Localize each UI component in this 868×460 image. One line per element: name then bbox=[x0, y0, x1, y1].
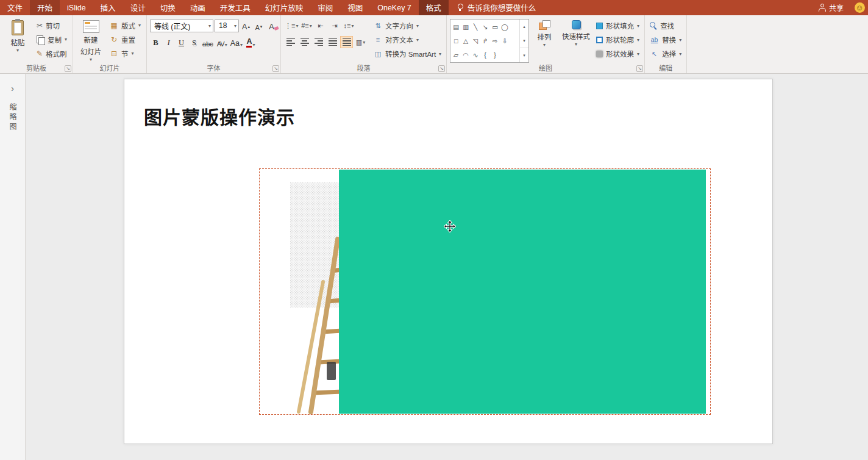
clear-formatting-button[interactable]: A bbox=[266, 20, 277, 32]
increase-indent-button[interactable]: ⇥ bbox=[328, 20, 341, 32]
text-direction-button[interactable]: ⇅ 文字方向 ▾ bbox=[372, 19, 443, 32]
font-size-combo[interactable]: 18 ▾ bbox=[215, 20, 239, 32]
slide-canvas[interactable]: 图片蒙版操作演示 bbox=[26, 74, 868, 460]
shrink-font-label: A bbox=[255, 24, 260, 31]
align-right-button[interactable] bbox=[312, 36, 325, 48]
font-color-button[interactable]: A ▾ bbox=[245, 36, 257, 48]
line-spacing-icon: ↕≡ bbox=[344, 22, 351, 29]
shape-effects-button[interactable]: 形状效果 ▾ bbox=[594, 47, 641, 60]
align-text-button[interactable]: ≡ 对齐文本 ▾ bbox=[372, 33, 443, 46]
gallery-scroll-down-button[interactable]: ▾ bbox=[520, 34, 528, 48]
feedback-button[interactable]: ☺ bbox=[851, 0, 868, 15]
oval-shape-icon[interactable]: ◯ bbox=[501, 23, 508, 31]
dialog-launcher-icon[interactable]: ↘ bbox=[438, 65, 445, 72]
tab-developer[interactable]: 开发工具 bbox=[213, 0, 258, 15]
caret-icon: ▾ bbox=[65, 37, 67, 42]
italic-button[interactable]: I bbox=[163, 36, 174, 48]
underline-button[interactable]: U bbox=[176, 36, 187, 48]
cut-button[interactable]: ✂ 剪切 bbox=[34, 19, 69, 32]
tab-islide[interactable]: iSlide bbox=[60, 0, 93, 15]
shapes-gallery[interactable]: ▤ ▥ ╲ ↘ ▭ ◯ □ △ ◹ ↱ ⇨ ⇩ ▱ ◠ bbox=[450, 19, 529, 63]
textbox-shape-icon[interactable]: ▤ bbox=[452, 23, 460, 31]
tab-insert[interactable]: 插入 bbox=[93, 0, 123, 15]
align-center-button[interactable] bbox=[298, 36, 311, 48]
group-label-font: 字体 bbox=[147, 63, 280, 73]
select-button[interactable]: ↖ 选择 ▾ bbox=[648, 47, 683, 60]
dialog-launcher-icon[interactable]: ↘ bbox=[272, 65, 279, 72]
find-button[interactable]: 查找 bbox=[648, 19, 683, 32]
reset-button[interactable]: ↻ 重置 bbox=[107, 33, 143, 46]
slide[interactable]: 图片蒙版操作演示 bbox=[124, 79, 773, 444]
vertical-textbox-shape-icon[interactable]: ▥ bbox=[462, 23, 469, 31]
dialog-launcher-icon[interactable]: ↘ bbox=[636, 65, 643, 72]
decrease-indent-button[interactable]: ⇤ bbox=[314, 20, 327, 32]
shapes-row-1: ▤ ▥ ╲ ↘ ▭ ◯ bbox=[452, 20, 518, 34]
bold-button[interactable]: B bbox=[150, 36, 162, 48]
character-spacing-button[interactable]: AV ▾ bbox=[216, 36, 228, 48]
font-name-combo[interactable]: 等线 (正文) ▾ bbox=[150, 20, 213, 32]
down-arrow-shape-icon[interactable]: ⇩ bbox=[501, 37, 508, 45]
dialog-launcher-icon[interactable]: ↘ bbox=[65, 65, 71, 72]
triangle-shape-icon[interactable]: △ bbox=[462, 37, 469, 45]
convert-smartart-button[interactable]: ◫ 转换为 SmartArt ▾ bbox=[372, 47, 443, 60]
justify-button[interactable] bbox=[326, 36, 339, 48]
distribute-text-button[interactable] bbox=[340, 36, 353, 48]
bullets-button[interactable]: ⋮≡ ▾ bbox=[284, 20, 299, 32]
arrange-button[interactable]: 排列 ▾ bbox=[531, 17, 558, 63]
selection-outline[interactable] bbox=[259, 168, 711, 415]
shape-outline-button[interactable]: 形状轮廓 ▾ bbox=[594, 33, 641, 46]
paste-button[interactable]: 粘贴 ▾ bbox=[3, 17, 32, 63]
layout-button[interactable]: ▦ 版式 ▾ bbox=[107, 19, 143, 32]
strikethrough-button[interactable]: abc bbox=[201, 36, 215, 48]
caret-icon: ▾ bbox=[310, 23, 312, 29]
quick-styles-button[interactable]: 快速样式 ▾ bbox=[560, 17, 592, 63]
line-shape-icon[interactable]: ╲ bbox=[472, 23, 479, 31]
tab-slideshow[interactable]: 幻灯片放映 bbox=[258, 0, 311, 15]
columns-button[interactable]: ▥ ▾ bbox=[354, 36, 367, 48]
arrow-shape-icon[interactable]: ↘ bbox=[482, 23, 489, 31]
tab-home[interactable]: 开始 bbox=[30, 0, 60, 15]
tab-animations[interactable]: 动画 bbox=[183, 0, 213, 15]
replace-icon: ab bbox=[650, 36, 659, 43]
gallery-more-button[interactable]: ▾ bbox=[520, 48, 528, 62]
expand-pane-chevron-icon[interactable]: › bbox=[11, 84, 14, 93]
line-spacing-button[interactable]: ↕≡ ▾ bbox=[342, 20, 355, 32]
thumbnails-pane-collapsed[interactable]: › 缩略图 bbox=[0, 74, 26, 460]
tab-format[interactable]: 格式 bbox=[419, 0, 449, 15]
share-button[interactable]: 共享 bbox=[811, 0, 851, 15]
corner-shape-icon[interactable]: ◹ bbox=[472, 37, 479, 45]
new-slide-button[interactable]: 新建 幻灯片 ▾ bbox=[76, 17, 105, 63]
tab-file[interactable]: 文件 bbox=[0, 0, 30, 15]
square-shape-icon[interactable]: □ bbox=[452, 37, 460, 45]
right-arrow-shape-icon[interactable]: ⇨ bbox=[491, 37, 499, 45]
replace-button[interactable]: ab 替换 ▾ bbox=[648, 33, 683, 46]
ladder-photo[interactable] bbox=[260, 169, 342, 414]
tab-onekey[interactable]: OneKey 7 bbox=[370, 0, 419, 15]
rectangle-shape-icon[interactable]: ▭ bbox=[491, 23, 499, 31]
right-brace-shape-icon[interactable]: } bbox=[491, 51, 499, 59]
grow-font-button[interactable]: A ▴ bbox=[240, 20, 252, 32]
format-painter-button[interactable]: ✎ 格式刷 bbox=[34, 47, 69, 60]
change-case-button[interactable]: Aa ▾ bbox=[229, 36, 244, 48]
copy-button[interactable]: 复制 ▾ bbox=[34, 33, 69, 46]
align-left-button[interactable] bbox=[284, 36, 297, 48]
arc-shape-icon[interactable]: ◠ bbox=[462, 51, 469, 59]
shrink-font-button[interactable]: A ▾ bbox=[253, 20, 265, 32]
text-shadow-button[interactable]: S bbox=[188, 36, 200, 48]
slide-title[interactable]: 图片蒙版操作演示 bbox=[144, 102, 295, 129]
gallery-scroll-up-button[interactable]: ▴ bbox=[520, 20, 528, 34]
numbering-button[interactable]: #≡ ▾ bbox=[300, 20, 313, 32]
elbow-arrow-shape-icon[interactable]: ↱ bbox=[482, 37, 489, 45]
green-mask-shape[interactable] bbox=[339, 170, 706, 414]
tab-view[interactable]: 视图 bbox=[340, 0, 370, 15]
shape-fill-button[interactable]: 形状填充 ▾ bbox=[594, 19, 641, 32]
tab-design[interactable]: 设计 bbox=[123, 0, 153, 15]
scribble-shape-icon[interactable]: ∿ bbox=[472, 51, 479, 59]
section-button[interactable]: ⊟ 节 ▾ bbox=[107, 47, 143, 60]
tab-review[interactable]: 审阅 bbox=[310, 0, 340, 15]
tab-transitions[interactable]: 切换 bbox=[153, 0, 183, 15]
tell-me-box[interactable]: 告诉我你想要做什么 bbox=[449, 0, 545, 15]
left-brace-shape-icon[interactable]: { bbox=[482, 51, 489, 59]
parallelogram-shape-icon[interactable]: ▱ bbox=[452, 51, 460, 59]
caret-icon: ▾ bbox=[234, 23, 237, 29]
